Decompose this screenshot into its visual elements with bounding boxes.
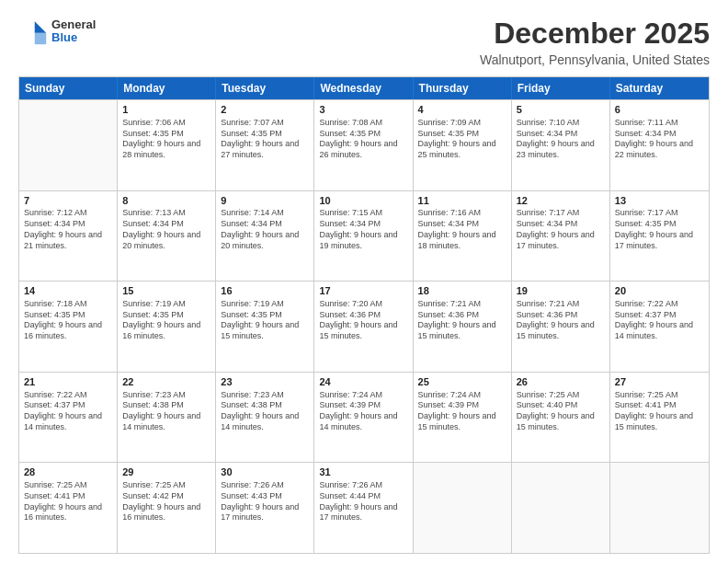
day-info: Sunrise: 7:25 AMSunset: 4:42 PMDaylight:… bbox=[122, 480, 210, 523]
day-number: 3 bbox=[319, 103, 407, 117]
title-block: December 2025 Walnutport, Pennsylvania, … bbox=[480, 17, 710, 67]
day-number: 29 bbox=[122, 465, 210, 479]
location: Walnutport, Pennsylvania, United States bbox=[480, 52, 710, 67]
day-number: 18 bbox=[418, 284, 506, 298]
calendar-cell bbox=[19, 100, 118, 190]
calendar-header-cell: Tuesday bbox=[216, 77, 314, 99]
calendar-header-cell: Thursday bbox=[414, 77, 512, 99]
calendar-cell: 9Sunrise: 7:14 AMSunset: 4:34 PMDaylight… bbox=[216, 191, 314, 282]
day-info: Sunrise: 7:25 AMSunset: 4:40 PMDaylight:… bbox=[517, 390, 605, 433]
calendar-body: 1Sunrise: 7:06 AMSunset: 4:35 PMDaylight… bbox=[19, 99, 709, 553]
calendar-cell: 28Sunrise: 7:25 AMSunset: 4:41 PMDayligh… bbox=[19, 463, 118, 553]
day-number: 22 bbox=[122, 375, 210, 389]
day-number: 30 bbox=[221, 465, 309, 479]
day-info: Sunrise: 7:15 AMSunset: 4:34 PMDaylight:… bbox=[319, 208, 407, 251]
logo: General Blue bbox=[18, 17, 96, 46]
day-info: Sunrise: 7:08 AMSunset: 4:35 PMDaylight:… bbox=[319, 118, 407, 161]
day-info: Sunrise: 7:14 AMSunset: 4:34 PMDaylight:… bbox=[221, 208, 309, 251]
day-number: 8 bbox=[122, 194, 210, 208]
calendar-cell: 20Sunrise: 7:22 AMSunset: 4:37 PMDayligh… bbox=[610, 282, 709, 372]
calendar-cell: 16Sunrise: 7:19 AMSunset: 4:35 PMDayligh… bbox=[216, 282, 314, 372]
day-info: Sunrise: 7:12 AMSunset: 4:34 PMDaylight:… bbox=[24, 208, 112, 251]
calendar-cell: 27Sunrise: 7:25 AMSunset: 4:41 PMDayligh… bbox=[610, 373, 709, 463]
day-info: Sunrise: 7:23 AMSunset: 4:38 PMDaylight:… bbox=[122, 390, 210, 433]
calendar-cell: 25Sunrise: 7:24 AMSunset: 4:39 PMDayligh… bbox=[414, 373, 512, 463]
calendar-cell: 31Sunrise: 7:26 AMSunset: 4:44 PMDayligh… bbox=[314, 463, 413, 553]
calendar-cell bbox=[610, 463, 709, 553]
day-info: Sunrise: 7:25 AMSunset: 4:41 PMDaylight:… bbox=[615, 390, 704, 433]
page: General Blue December 2025 Walnutport, P… bbox=[0, 0, 728, 563]
calendar-week-2: 7Sunrise: 7:12 AMSunset: 4:34 PMDaylight… bbox=[19, 190, 709, 282]
day-info: Sunrise: 7:26 AMSunset: 4:43 PMDaylight:… bbox=[221, 480, 309, 523]
day-number: 14 bbox=[24, 284, 112, 298]
calendar-cell: 12Sunrise: 7:17 AMSunset: 4:34 PMDayligh… bbox=[512, 191, 610, 282]
day-info: Sunrise: 7:23 AMSunset: 4:38 PMDaylight:… bbox=[221, 390, 309, 433]
day-info: Sunrise: 7:19 AMSunset: 4:35 PMDaylight:… bbox=[122, 299, 210, 342]
day-info: Sunrise: 7:26 AMSunset: 4:44 PMDaylight:… bbox=[319, 480, 407, 523]
calendar-header-cell: Wednesday bbox=[314, 77, 413, 99]
day-info: Sunrise: 7:22 AMSunset: 4:37 PMDaylight:… bbox=[615, 299, 704, 342]
day-number: 20 bbox=[615, 284, 704, 298]
calendar-week-3: 14Sunrise: 7:18 AMSunset: 4:35 PMDayligh… bbox=[19, 281, 709, 372]
day-number: 7 bbox=[24, 194, 112, 208]
day-number: 1 bbox=[122, 103, 210, 117]
calendar-cell: 26Sunrise: 7:25 AMSunset: 4:40 PMDayligh… bbox=[512, 373, 610, 463]
day-number: 11 bbox=[418, 194, 506, 208]
day-info: Sunrise: 7:11 AMSunset: 4:34 PMDaylight:… bbox=[615, 118, 704, 161]
day-info: Sunrise: 7:17 AMSunset: 4:34 PMDaylight:… bbox=[517, 208, 605, 251]
day-number: 9 bbox=[221, 194, 309, 208]
day-info: Sunrise: 7:24 AMSunset: 4:39 PMDaylight:… bbox=[418, 390, 506, 433]
calendar-cell: 11Sunrise: 7:16 AMSunset: 4:34 PMDayligh… bbox=[414, 191, 512, 282]
calendar-cell: 1Sunrise: 7:06 AMSunset: 4:35 PMDaylight… bbox=[118, 100, 216, 190]
day-number: 31 bbox=[319, 465, 407, 479]
calendar-cell: 18Sunrise: 7:21 AMSunset: 4:36 PMDayligh… bbox=[414, 282, 512, 372]
header: General Blue December 2025 Walnutport, P… bbox=[18, 17, 710, 67]
calendar-cell: 3Sunrise: 7:08 AMSunset: 4:35 PMDaylight… bbox=[314, 100, 413, 190]
day-number: 26 bbox=[517, 375, 605, 389]
day-number: 21 bbox=[24, 375, 112, 389]
day-info: Sunrise: 7:24 AMSunset: 4:39 PMDaylight:… bbox=[319, 390, 407, 433]
calendar-cell bbox=[512, 463, 610, 553]
calendar-cell bbox=[414, 463, 512, 553]
calendar-cell: 8Sunrise: 7:13 AMSunset: 4:34 PMDaylight… bbox=[118, 191, 216, 282]
day-number: 12 bbox=[517, 194, 605, 208]
day-number: 10 bbox=[319, 194, 407, 208]
day-info: Sunrise: 7:07 AMSunset: 4:35 PMDaylight:… bbox=[221, 118, 309, 161]
calendar-header-cell: Monday bbox=[118, 77, 216, 99]
day-number: 6 bbox=[615, 103, 704, 117]
calendar-cell: 10Sunrise: 7:15 AMSunset: 4:34 PMDayligh… bbox=[314, 191, 413, 282]
day-number: 24 bbox=[319, 375, 407, 389]
calendar-header: SundayMondayTuesdayWednesdayThursdayFrid… bbox=[19, 77, 709, 99]
calendar-cell: 24Sunrise: 7:24 AMSunset: 4:39 PMDayligh… bbox=[314, 373, 413, 463]
month-title: December 2025 bbox=[480, 17, 710, 51]
svg-marker-2 bbox=[35, 33, 46, 44]
day-number: 23 bbox=[221, 375, 309, 389]
calendar-cell: 13Sunrise: 7:17 AMSunset: 4:35 PMDayligh… bbox=[610, 191, 709, 282]
calendar-week-4: 21Sunrise: 7:22 AMSunset: 4:37 PMDayligh… bbox=[19, 372, 709, 463]
day-info: Sunrise: 7:06 AMSunset: 4:35 PMDaylight:… bbox=[122, 118, 210, 161]
calendar-header-cell: Sunday bbox=[19, 77, 118, 99]
day-number: 4 bbox=[418, 103, 506, 117]
calendar-cell: 14Sunrise: 7:18 AMSunset: 4:35 PMDayligh… bbox=[19, 282, 118, 372]
day-info: Sunrise: 7:13 AMSunset: 4:34 PMDaylight:… bbox=[122, 208, 210, 251]
calendar-cell: 2Sunrise: 7:07 AMSunset: 4:35 PMDaylight… bbox=[216, 100, 314, 190]
day-info: Sunrise: 7:17 AMSunset: 4:35 PMDaylight:… bbox=[615, 208, 704, 251]
day-number: 17 bbox=[319, 284, 407, 298]
day-info: Sunrise: 7:22 AMSunset: 4:37 PMDaylight:… bbox=[24, 390, 112, 433]
logo-blue-text: Blue bbox=[51, 31, 96, 44]
calendar-cell: 6Sunrise: 7:11 AMSunset: 4:34 PMDaylight… bbox=[610, 100, 709, 190]
calendar-cell: 30Sunrise: 7:26 AMSunset: 4:43 PMDayligh… bbox=[216, 463, 314, 553]
day-info: Sunrise: 7:16 AMSunset: 4:34 PMDaylight:… bbox=[418, 208, 506, 251]
day-info: Sunrise: 7:18 AMSunset: 4:35 PMDaylight:… bbox=[24, 299, 112, 342]
calendar-cell: 4Sunrise: 7:09 AMSunset: 4:35 PMDaylight… bbox=[414, 100, 512, 190]
calendar-cell: 21Sunrise: 7:22 AMSunset: 4:37 PMDayligh… bbox=[19, 373, 118, 463]
day-number: 13 bbox=[615, 194, 704, 208]
day-info: Sunrise: 7:19 AMSunset: 4:35 PMDaylight:… bbox=[221, 299, 309, 342]
day-number: 5 bbox=[517, 103, 605, 117]
calendar: SundayMondayTuesdayWednesdayThursdayFrid… bbox=[18, 76, 710, 554]
calendar-cell: 5Sunrise: 7:10 AMSunset: 4:34 PMDaylight… bbox=[512, 100, 610, 190]
calendar-cell: 22Sunrise: 7:23 AMSunset: 4:38 PMDayligh… bbox=[118, 373, 216, 463]
calendar-cell: 17Sunrise: 7:20 AMSunset: 4:36 PMDayligh… bbox=[314, 282, 413, 372]
day-info: Sunrise: 7:21 AMSunset: 4:36 PMDaylight:… bbox=[418, 299, 506, 342]
calendar-week-5: 28Sunrise: 7:25 AMSunset: 4:41 PMDayligh… bbox=[19, 462, 709, 553]
